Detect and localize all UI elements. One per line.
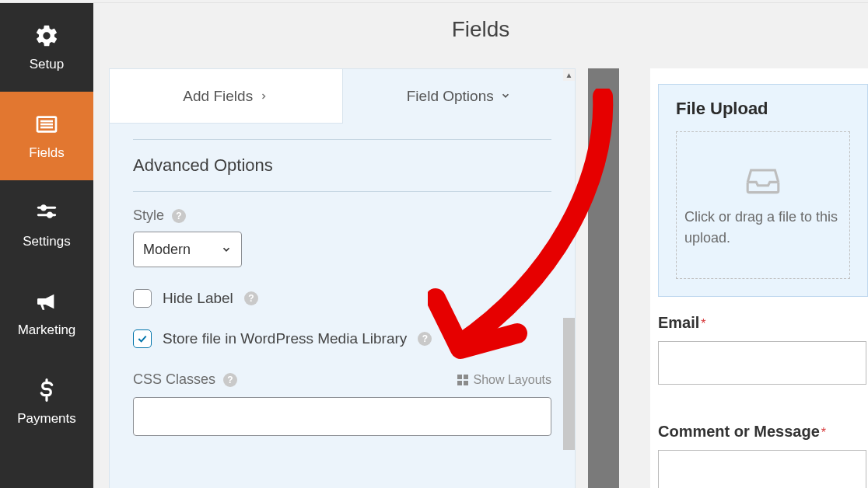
grid-icon [457,375,468,385]
comment-field[interactable]: Comment or Message* [658,423,868,488]
hide-label-checkbox[interactable] [133,289,152,308]
svg-point-5 [41,206,45,210]
divider [133,191,551,192]
panel-tabs: Add Fields Field Options [110,69,575,124]
comment-label: Comment or Message [658,423,820,440]
email-field[interactable]: Email* [658,314,868,385]
store-media-checkbox[interactable] [133,329,152,348]
chevron-right-icon [259,88,268,105]
file-upload-dropzone[interactable]: Click or drag a file to this upload. [676,131,850,279]
email-input[interactable] [658,341,866,385]
field-options-panel: ▲ Add Fields Field Options Advanced Opti… [109,68,576,488]
sidebar-item-label: Marketing [18,322,76,338]
page-title: Fields [93,17,868,42]
sidebar-item-label: Fields [29,145,64,161]
style-label-row: Style ? [133,207,551,224]
advanced-options-heading: Advanced Options [133,155,551,176]
sidebar-item-settings[interactable]: Settings [0,180,93,269]
help-icon[interactable]: ? [223,373,237,387]
sidebar-item-label: Setup [30,57,64,72]
inbox-icon [742,162,784,196]
file-upload-field[interactable]: File Upload Click or drag a file to this… [658,84,868,297]
chevron-down-icon [221,244,232,255]
gear-icon [33,23,60,49]
style-select[interactable]: Modern [133,232,242,267]
help-icon[interactable]: ? [418,332,432,346]
sidebar-item-label: Settings [23,234,70,249]
sliders-icon [33,200,60,226]
builder-sidebar: Setup Fields Settings Marketing Payments [0,3,93,488]
chevron-down-icon [500,88,511,105]
list-icon [33,111,60,138]
builder-canvas: Fields ▲ Add Fields Field Options Advanc… [93,3,868,488]
show-layouts-button[interactable]: Show Layouts [457,373,551,387]
style-select-value: Modern [143,242,191,258]
panel-gutter [588,68,619,488]
sidebar-item-setup[interactable]: Setup [0,3,93,92]
hide-label-text: Hide Label [163,290,233,307]
email-label: Email [658,314,699,331]
comment-input[interactable] [658,450,866,488]
file-upload-title: File Upload [676,99,850,119]
tab-label: Add Fields [183,88,253,105]
form-preview: File Upload Click or drag a file to this… [650,68,868,488]
help-icon[interactable]: ? [244,291,258,305]
file-upload-hint: Click or drag a file to this upload. [684,207,842,249]
scrollbar-thumb[interactable] [563,318,575,450]
sidebar-item-payments[interactable]: Payments [0,357,93,446]
panel-body: Advanced Options Style ? Modern Hide Lab… [110,139,575,459]
svg-point-7 [47,213,51,217]
sidebar-item-marketing[interactable]: Marketing [0,269,93,357]
required-asterisk: * [821,426,826,439]
tab-label: Field Options [407,88,494,105]
store-media-text: Store file in WordPress Media Library [163,330,407,347]
show-layouts-label: Show Layouts [473,373,551,387]
css-classes-input[interactable] [133,397,551,436]
sidebar-item-fields[interactable]: Fields [0,92,93,180]
hide-label-row: Hide Label ? [133,289,551,308]
css-classes-row: CSS Classes ? Show Layouts [133,371,551,388]
divider [133,139,551,140]
scroll-up-icon[interactable]: ▲ [563,69,575,81]
tab-field-options[interactable]: Field Options [343,69,576,124]
bullhorn-icon [33,288,60,315]
help-icon[interactable]: ? [172,209,186,223]
sidebar-item-label: Payments [17,411,76,427]
style-label: Style [133,207,164,224]
store-media-row: Store file in WordPress Media Library ? [133,329,551,348]
css-classes-label: CSS Classes [133,371,215,388]
dollar-icon [33,377,60,403]
tab-add-fields[interactable]: Add Fields [110,69,343,124]
required-asterisk: * [701,317,705,330]
